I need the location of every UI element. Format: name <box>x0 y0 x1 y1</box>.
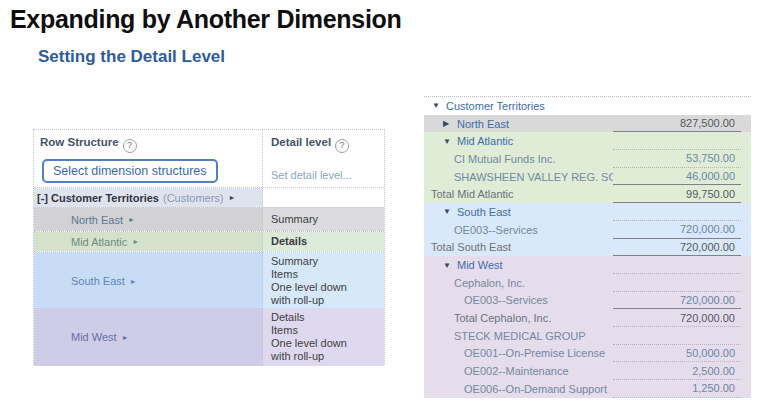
row-value: 827,500.00 <box>680 117 735 129</box>
territory-name-cell: South East ► <box>34 252 263 310</box>
row-label: Cephalon, Inc. <box>454 277 613 289</box>
menu-arrow-icon[interactable]: ► <box>128 216 135 223</box>
row-label: OE006--On-Demand Support <box>464 383 613 395</box>
customer-territories-row[interactable]: [-] Customer Territories (Customers) ► <box>34 188 384 208</box>
report-preview-panel: ▼ Customer Territories ▶ North East 827,… <box>424 96 751 398</box>
territory-name: North East <box>71 214 123 226</box>
row-label: Mid West <box>457 259 613 271</box>
report-row-oe001-on-premise[interactable]: OE001--On-Premise License 50,000.00 <box>424 345 751 363</box>
row-label: CI Mutual Funds Inc. <box>454 153 613 165</box>
report-row-mid-atlantic[interactable]: ▼ Mid Atlantic <box>424 132 751 150</box>
territory-row-mid-west[interactable]: Mid West ► Details Items One level down … <box>34 308 384 364</box>
set-detail-level-link[interactable]: Set detail level... <box>271 169 384 181</box>
report-row-total-south-east[interactable]: Total South East 720,000.00 <box>424 239 751 257</box>
row-label: STECK MEDICAL GROUP <box>454 330 613 342</box>
customer-territories-cell: [-] Customer Territories (Customers) ► <box>34 188 263 207</box>
report-row-mid-west[interactable]: ▼ Mid West <box>424 256 751 274</box>
row-value: 720,000.00 <box>680 241 735 253</box>
row-label: SHAWSHEEN VALLEY REG. SCHOOL <box>454 171 613 183</box>
territory-name: Mid Atlantic <box>71 236 127 248</box>
row-structure-header: Row Structure <box>40 136 119 148</box>
detail-level-header: Detail level <box>271 136 331 148</box>
territory-name-cell: Mid West ► <box>34 308 263 366</box>
menu-arrow-icon[interactable]: ► <box>122 334 129 341</box>
report-row-steck-medical-group[interactable]: STECK MEDICAL GROUP <box>424 327 751 345</box>
territory-row-north-east[interactable]: North East ► Summary <box>34 208 384 232</box>
empty-detail-cell <box>263 188 384 207</box>
row-label: Total Cephalon, Inc. <box>454 312 613 324</box>
dimension-sublabel: (Customers) <box>163 192 224 204</box>
detail-level-header-cell: Detail level? Set detail level... <box>263 130 384 187</box>
help-icon[interactable]: ? <box>335 139 349 153</box>
territory-name: Mid West <box>71 331 117 343</box>
collapse-icon[interactable]: ▼ <box>443 207 457 216</box>
row-structure-header-cell: Row Structure? Select dimension structur… <box>34 130 263 187</box>
detail-level-cell[interactable]: Summary Items One level down with roll-u… <box>263 252 384 310</box>
row-label: OE002--Maintenance <box>464 365 613 377</box>
row-value: 53,750.00 <box>686 152 735 164</box>
row-value: 720,000.00 <box>680 294 735 306</box>
territory-name-cell: North East ► <box>34 208 263 231</box>
report-row-total-cephalon[interactable]: Total Cephalon, Inc. 720,000.00 <box>424 309 751 327</box>
menu-arrow-icon[interactable]: ► <box>132 238 139 245</box>
row-label: Customer Territories <box>446 100 613 112</box>
detail-level-cell[interactable]: Details Items One level down with roll-u… <box>263 308 384 366</box>
row-value: 1,250.00 <box>692 382 735 394</box>
row-value: 46,000.00 <box>686 170 735 182</box>
report-row-customer-territories[interactable]: ▼ Customer Territories <box>424 97 751 115</box>
collapse-box-icon[interactable]: [-] <box>37 192 48 204</box>
report-row-south-east[interactable]: ▼ South East <box>424 203 751 221</box>
row-label: South East <box>457 206 613 218</box>
row-value: 720,000.00 <box>680 223 735 235</box>
report-row-oe002-maintenance[interactable]: OE002--Maintenance 2,500.00 <box>424 362 751 380</box>
row-label: Mid Atlantic <box>457 135 613 147</box>
report-row-oe006-on-demand[interactable]: OE006--On-Demand Support 1,250.00 <box>424 380 751 398</box>
collapse-icon[interactable]: ▼ <box>443 261 457 270</box>
row-value: 720,000.00 <box>680 312 735 324</box>
page-subtitle: Setting the Detail Level <box>38 47 225 67</box>
report-row-ci-mutual-funds[interactable]: CI Mutual Funds Inc. 53,750.00 <box>424 150 751 168</box>
row-value: 50,000.00 <box>686 347 735 359</box>
select-dimension-structures-button[interactable]: Select dimension structures <box>42 159 218 183</box>
expand-icon[interactable]: ▶ <box>443 119 457 128</box>
territory-name: South East <box>71 275 125 287</box>
territory-name-cell: Mid Atlantic ► <box>34 232 263 251</box>
row-label: OE001--On-Premise License <box>464 347 613 359</box>
report-row-north-east[interactable]: ▶ North East 827,500.00 <box>424 115 751 133</box>
territory-row-mid-atlantic[interactable]: Mid Atlantic ► Details <box>34 232 384 252</box>
row-label: OE003--Services <box>454 224 613 236</box>
report-row-oe003-services-se[interactable]: OE003--Services 720,000.00 <box>424 221 751 239</box>
row-value: 99,750.00 <box>686 188 735 200</box>
row-label: Total South East <box>431 241 613 253</box>
row-label: OE003--Services <box>464 294 613 306</box>
row-structure-table: Row Structure? Select dimension structur… <box>33 129 385 365</box>
row-label: North East <box>457 118 613 130</box>
page-title: Expanding by Another Dimension <box>10 5 402 34</box>
detail-level-cell[interactable]: Details <box>263 232 384 251</box>
help-icon[interactable]: ? <box>123 139 137 153</box>
report-row-cephalon[interactable]: Cephalon, Inc. <box>424 274 751 292</box>
dimension-label: Customer Territories <box>51 192 159 204</box>
menu-arrow-icon[interactable]: ► <box>229 194 236 201</box>
table-header-row: Row Structure? Select dimension structur… <box>34 130 384 188</box>
menu-arrow-icon[interactable]: ► <box>130 278 137 285</box>
collapse-icon[interactable]: ▼ <box>432 101 446 110</box>
collapse-icon[interactable]: ▼ <box>443 137 457 146</box>
detail-level-cell[interactable]: Summary <box>263 208 384 231</box>
row-label: Total Mid Atlantic <box>431 188 613 200</box>
report-row-shawsheen[interactable]: SHAWSHEEN VALLEY REG. SCHOOL 46,000.00 <box>424 168 751 186</box>
report-row-oe003-services-cephalon[interactable]: OE003--Services 720,000.00 <box>424 292 751 310</box>
territory-row-south-east[interactable]: South East ► Summary Items One level dow… <box>34 252 384 308</box>
report-row-total-mid-atlantic[interactable]: Total Mid Atlantic 99,750.00 <box>424 185 751 203</box>
row-value: 2,500.00 <box>692 365 735 377</box>
